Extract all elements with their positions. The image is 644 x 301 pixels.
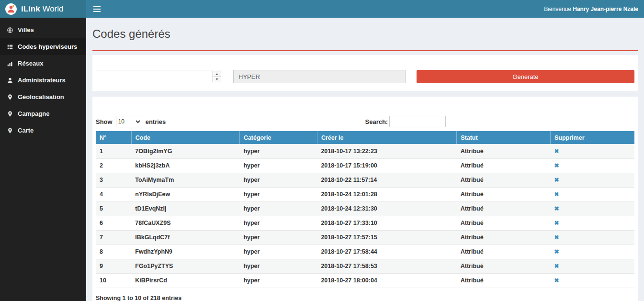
cell-n: 1: [96, 144, 131, 158]
quantity-input[interactable]: [96, 70, 212, 83]
sidebar-item-label: Campagne: [18, 110, 49, 117]
cell-supprimer: ✖: [551, 216, 635, 230]
cell-status: Attribué: [457, 259, 551, 273]
show-label: Show: [96, 118, 113, 125]
column-header-supprimer[interactable]: Supprimer: [551, 131, 635, 144]
generate-button[interactable]: Generate: [417, 70, 634, 83]
search-control: Search:: [365, 116, 635, 127]
welcome-prefix: Bienvenue: [544, 6, 571, 12]
cell-category: hyper: [239, 273, 317, 288]
cell-code: tD1EvqNzIj: [131, 201, 239, 216]
cell-n: 6: [96, 216, 131, 230]
cell-category: hyper: [239, 245, 317, 259]
codes-table-panel: Show 10 entries Search: N° Code: [92, 97, 638, 301]
globe-icon: [7, 27, 13, 33]
stepper-down-icon[interactable]: ▼: [213, 77, 221, 82]
column-header-statut[interactable]: Statut: [457, 131, 551, 144]
sidebar-item-geolocalisation[interactable]: Géolocalisation: [0, 89, 86, 105]
sidebar-item-villes[interactable]: Villes: [0, 22, 86, 38]
cell-created: 2018-10-27 17:57:15: [317, 230, 456, 245]
cell-created: 2018-10-27 17:58:53: [317, 259, 456, 273]
cell-supprimer: ✖: [551, 187, 635, 201]
map-pin-icon: [7, 94, 13, 100]
main-content: Codes générés ▲ ▼ Generate Show 10 entri…: [86, 18, 644, 301]
sidebar: Villes Codes hyperviseurs Réseaux Admini…: [0, 18, 86, 301]
cell-category: hyper: [239, 230, 317, 245]
sidebar-toggle-icon[interactable]: [86, 0, 107, 18]
sidebar-item-reseaux[interactable]: Réseaux: [0, 55, 86, 72]
table-info: Showing 1 to 10 of 218 entries: [96, 295, 634, 301]
cell-supprimer: ✖: [551, 201, 635, 216]
cell-n: 5: [96, 201, 131, 216]
delete-icon[interactable]: ✖: [554, 191, 559, 198]
category-field: [233, 70, 406, 83]
page-length-select[interactable]: 10: [116, 116, 142, 127]
cell-code: 7OBtg2lmYG: [131, 144, 239, 158]
cell-code: kbHS2j3zbA: [131, 158, 239, 173]
stepper-up-icon[interactable]: ▲: [213, 71, 221, 77]
cell-created: 2018-10-17 15:19:00: [317, 158, 456, 173]
table-row: 5tD1EvqNzIjhyper2018-10-24 12:31:30Attri…: [96, 201, 634, 216]
welcome-text: Bienvenue Hanry Jean-pierre Nzale: [544, 6, 638, 12]
table-controls: Show 10 entries Search:: [96, 116, 634, 127]
brand[interactable]: iLink World: [0, 0, 86, 18]
delete-icon[interactable]: ✖: [554, 234, 559, 241]
page-length-control: Show 10 entries: [96, 116, 365, 127]
cell-created: 2018-10-22 11:57:14: [317, 173, 456, 187]
sidebar-item-administrateurs[interactable]: Administrateurs: [0, 72, 86, 89]
delete-icon[interactable]: ✖: [554, 248, 559, 255]
cell-status: Attribué: [457, 230, 551, 245]
cell-supprimer: ✖: [551, 245, 635, 259]
user-name[interactable]: Hanry Jean-pierre Nzale: [573, 6, 638, 12]
cell-n: 8: [96, 245, 131, 259]
table-row: 10KiBPirsrCdhyper2018-10-27 18:00:04Attr…: [96, 273, 634, 288]
sidebar-item-carte[interactable]: Carte: [0, 122, 86, 139]
cell-status: Attribué: [457, 173, 551, 187]
delete-icon[interactable]: ✖: [554, 263, 559, 269]
delete-icon[interactable]: ✖: [554, 277, 559, 284]
delete-icon[interactable]: ✖: [554, 177, 559, 183]
table-row: 3ToAiMymaTmhyper2018-10-22 11:57:14Attri…: [96, 173, 634, 187]
delete-icon[interactable]: ✖: [554, 162, 559, 169]
column-header-categorie[interactable]: Catégorie: [239, 131, 317, 144]
sidebar-item-label: Administrateurs: [18, 77, 66, 84]
stepper-buttons[interactable]: ▲ ▼: [213, 71, 221, 82]
cell-n: 9: [96, 259, 131, 273]
column-header-creer-le[interactable]: Créer le: [317, 131, 456, 144]
cell-created: 2018-10-24 12:31:30: [317, 201, 456, 216]
delete-icon[interactable]: ✖: [554, 148, 559, 155]
cell-status: Attribué: [457, 201, 551, 216]
cell-status: Attribué: [457, 144, 551, 158]
cell-category: hyper: [239, 158, 317, 173]
column-header-code[interactable]: Code: [131, 131, 239, 144]
search-input[interactable]: [389, 116, 446, 127]
cell-category: hyper: [239, 187, 317, 201]
entries-label: entries: [146, 118, 166, 125]
quantity-stepper[interactable]: ▲ ▼: [96, 70, 222, 83]
cell-n: 10: [96, 273, 131, 288]
table-row: 2kbHS2j3zbAhyper2018-10-17 15:19:00Attri…: [96, 158, 634, 173]
top-navbar: Bienvenue Hanry Jean-pierre Nzale: [86, 0, 644, 18]
cell-category: hyper: [239, 144, 317, 158]
delete-icon[interactable]: ✖: [554, 205, 559, 212]
sidebar-item-codes-hyperviseurs[interactable]: Codes hyperviseurs: [0, 38, 86, 55]
cell-created: 2018-10-17 13:22:23: [317, 144, 456, 158]
cell-category: hyper: [239, 173, 317, 187]
table-row: 4nYRlsDjEewhyper2018-10-24 12:01:28Attri…: [96, 187, 634, 201]
cell-code: ToAiMymaTm: [131, 173, 239, 187]
table-row: 17OBtg2lmYGhyper2018-10-17 13:22:23Attri…: [96, 144, 634, 158]
table-row: 9FGo1PyZTYShyper2018-10-27 17:58:53Attri…: [96, 259, 634, 273]
delete-icon[interactable]: ✖: [554, 220, 559, 226]
cell-supprimer: ✖: [551, 273, 635, 288]
brand-title-bold: iLink: [21, 4, 40, 13]
column-header-n[interactable]: N°: [96, 131, 131, 144]
cell-supprimer: ✖: [551, 230, 635, 245]
table-header-row: N° Code Catégorie Créer le Statut Suppri…: [96, 131, 634, 144]
sidebar-item-campagne[interactable]: Campagne: [0, 105, 86, 122]
list-icon: [7, 44, 13, 50]
cell-n: 2: [96, 158, 131, 173]
map-pin-icon: [7, 111, 13, 117]
cell-code: 78fCaUXZ9S: [131, 216, 239, 230]
sidebar-item-label: Carte: [18, 127, 34, 134]
cell-status: Attribué: [457, 245, 551, 259]
